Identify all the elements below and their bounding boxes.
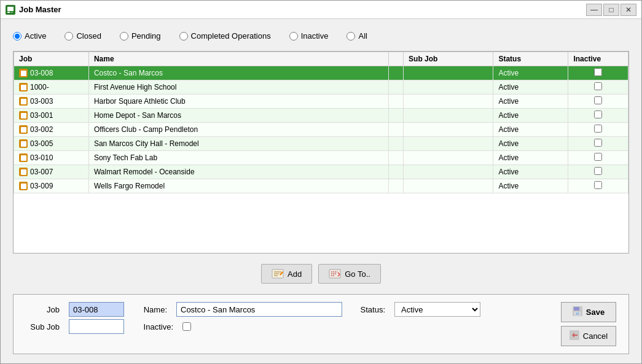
cell-subjob <box>404 109 493 123</box>
detail-row-2: Sub Job Inactive: <box>26 319 549 334</box>
cell-name: Walmart Remodel - Oceanside <box>88 165 388 179</box>
table-row[interactable]: 03-003Harbor Square Athletic ClubActive <box>14 95 628 109</box>
cell-subjob <box>404 165 493 179</box>
goto-label: Go To.. <box>345 269 370 279</box>
cell-job: 03-002 <box>14 123 89 137</box>
filter-closed[interactable]: Closed <box>65 31 101 41</box>
save-button[interactable]: Save <box>561 302 616 322</box>
save-label: Save <box>586 308 605 317</box>
filter-active[interactable]: Active <box>13 31 46 41</box>
table-row[interactable]: 03-010Sony Tech Fab LabActive <box>14 151 628 165</box>
inactive-checkbox[interactable] <box>182 322 191 331</box>
col-status: Status <box>493 52 568 66</box>
inactive-row-checkbox[interactable] <box>594 125 602 133</box>
svg-rect-16 <box>576 312 579 315</box>
name-label: Name: <box>133 305 167 314</box>
cell-inactive <box>568 109 628 123</box>
cell-status: Active <box>493 179 568 193</box>
table-row[interactable]: 03-002Officers Club - Camp PendletonActi… <box>14 123 628 137</box>
cell-inactive <box>568 165 628 179</box>
main-content: Active Closed Pending Completed Operatio… <box>1 19 641 363</box>
cell-name: San Marcos City Hall - Remodel <box>88 137 388 151</box>
jobs-table: Job Name Sub Job Status Inactive 03-008C… <box>14 52 628 193</box>
inactive-row-checkbox[interactable] <box>594 153 602 161</box>
cell-subjob <box>404 137 493 151</box>
filter-all[interactable]: All <box>346 31 367 41</box>
cell-subjob <box>404 80 493 95</box>
cell-job: 03-003 <box>14 95 89 109</box>
add-button[interactable]: Add <box>261 264 312 284</box>
name-input[interactable] <box>176 302 342 317</box>
cell-subjob <box>404 66 493 80</box>
row-icon <box>19 139 28 148</box>
table-row[interactable]: 03-001Home Depot - San MarcosActive <box>14 109 628 123</box>
table-row[interactable]: 1000-First Avenue High SchoolActive <box>14 80 628 95</box>
col-job: Job <box>14 52 89 66</box>
inactive-row-checkbox[interactable] <box>594 110 602 118</box>
detail-panel: Job Name: Status: Active Closed Pending … <box>13 294 629 354</box>
job-label: Job <box>26 305 60 314</box>
detail-row-1: Job Name: Status: Active Closed Pending … <box>26 302 549 317</box>
cancel-label: Cancel <box>583 331 608 341</box>
subjob-input[interactable] <box>69 319 124 334</box>
cell-status: Active <box>493 80 568 95</box>
cell-sort <box>388 66 403 80</box>
cancel-icon <box>570 330 579 342</box>
cell-sort <box>388 137 403 151</box>
minimize-button[interactable]: — <box>586 4 602 16</box>
app-icon <box>6 5 15 15</box>
cell-job: 1000- <box>14 80 89 95</box>
row-icon <box>19 69 28 77</box>
cell-status: Active <box>493 137 568 151</box>
action-buttons: Add Go To.. <box>13 261 629 287</box>
cell-name: First Avenue High School <box>88 80 388 95</box>
maximize-button[interactable]: □ <box>603 4 619 16</box>
inactive-row-checkbox[interactable] <box>594 96 602 104</box>
title-left: Job Master <box>6 5 61 15</box>
filter-group: Active Closed Pending Completed Operatio… <box>13 28 629 44</box>
inactive-row-checkbox[interactable] <box>594 139 602 147</box>
cell-inactive <box>568 179 628 193</box>
row-icon <box>19 111 28 120</box>
svg-rect-1 <box>7 7 14 11</box>
svg-rect-14 <box>574 307 579 311</box>
close-button[interactable]: ✕ <box>620 4 636 16</box>
goto-icon <box>329 268 341 280</box>
row-icon <box>19 153 28 162</box>
cell-subjob <box>404 151 493 165</box>
job-input[interactable] <box>69 302 124 317</box>
row-icon <box>19 97 28 106</box>
filter-completed-operations[interactable]: Completed Operations <box>179 31 271 41</box>
cell-subjob <box>404 123 493 137</box>
cell-job: 03-008 <box>14 66 89 80</box>
status-select[interactable]: Active Closed Pending Inactive <box>394 302 480 317</box>
cell-name: Costco - San Marcos <box>88 66 388 80</box>
cell-sort <box>388 151 403 165</box>
title-controls: — □ ✕ <box>586 4 636 16</box>
cell-sort <box>388 80 403 95</box>
inactive-row-checkbox[interactable] <box>594 181 602 189</box>
table-row[interactable]: 03-007Walmart Remodel - OceansideActive <box>14 165 628 179</box>
goto-button[interactable]: Go To.. <box>318 264 381 284</box>
detail-fields: Job Name: Status: Active Closed Pending … <box>26 302 549 334</box>
cell-status: Active <box>493 66 568 80</box>
inactive-row-checkbox[interactable] <box>594 167 602 175</box>
table-row[interactable]: 03-008Costco - San MarcosActive <box>14 66 628 80</box>
cell-subjob <box>404 95 493 109</box>
filter-inactive[interactable]: Inactive <box>289 31 329 41</box>
svg-rect-3 <box>10 12 13 13</box>
col-sort <box>388 52 403 66</box>
save-icon <box>573 306 582 318</box>
row-icon <box>19 125 28 134</box>
table-row[interactable]: 03-009Wells Fargo RemodelActive <box>14 179 628 193</box>
table-row[interactable]: 03-005San Marcos City Hall - RemodelActi… <box>14 137 628 151</box>
inactive-row-checkbox[interactable] <box>594 68 602 76</box>
filter-pending[interactable]: Pending <box>120 31 161 41</box>
cell-status: Active <box>493 165 568 179</box>
cell-subjob <box>404 179 493 193</box>
subjob-label: Sub Job <box>26 322 60 331</box>
cell-job: 03-009 <box>14 179 89 193</box>
cell-job: 03-007 <box>14 165 89 179</box>
inactive-row-checkbox[interactable] <box>594 82 602 90</box>
cancel-button[interactable]: Cancel <box>561 326 616 346</box>
